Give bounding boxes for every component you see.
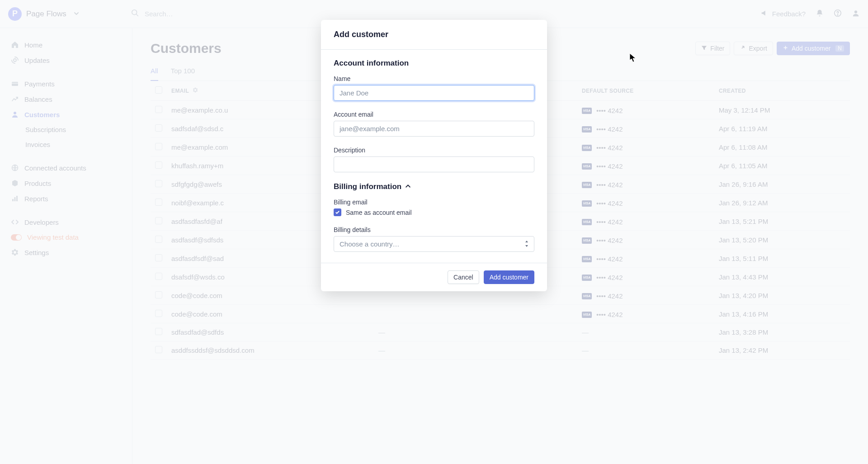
modal-overlay: Add customer Account information Name Ac…: [0, 0, 868, 28]
modal-title: Add customer: [321, 20, 547, 28]
add-customer-modal: Add customer Account information Name Ac…: [321, 20, 547, 28]
